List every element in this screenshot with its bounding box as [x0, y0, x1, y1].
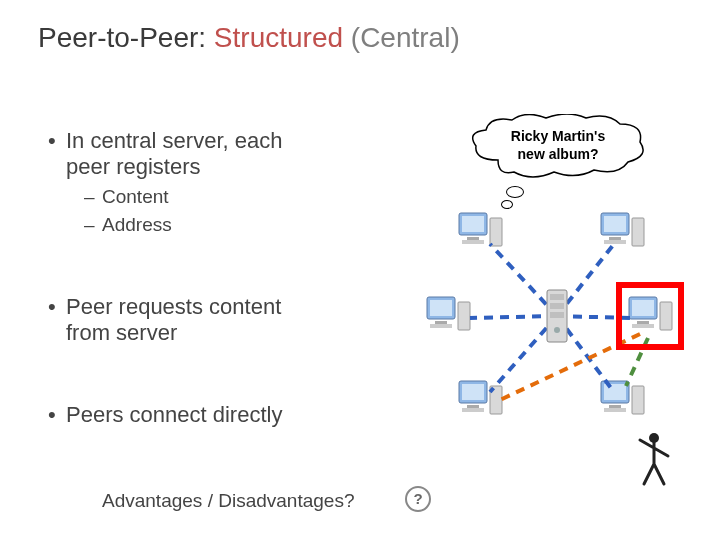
- bullet-dot-icon: •: [48, 402, 66, 428]
- bullet-2-line2: from server: [66, 320, 177, 345]
- bullet-1: • In central server, each peer registers: [48, 128, 368, 180]
- server-icon: [545, 288, 569, 344]
- bullet-2: • Peer requests content from server: [48, 294, 368, 346]
- highlight-box: [616, 282, 684, 350]
- bullet-dot-icon: •: [48, 294, 66, 346]
- sub-bullet-1: –Content: [84, 186, 368, 208]
- footer-question: Advantages / Disadvantages?: [102, 490, 354, 512]
- sub-2-text: Address: [102, 214, 172, 235]
- title-accent: Structured: [214, 22, 343, 53]
- dash-icon: –: [84, 186, 102, 208]
- body-text: • In central server, each peer registers…: [48, 128, 368, 432]
- svg-point-12: [554, 327, 560, 333]
- slide: Peer-to-Peer: Structured (Central) • In …: [0, 0, 720, 540]
- title-part1: Peer-to-Peer:: [38, 22, 214, 53]
- bullet-3-text: Peers connect directly: [66, 402, 282, 428]
- bullet-dot-icon: •: [48, 128, 66, 180]
- bullet-1-line2: peer registers: [66, 154, 201, 179]
- title-paren: (Central): [343, 22, 460, 53]
- sub-bullet-2: –Address: [84, 214, 368, 236]
- bullet-3: • Peers connect directly: [48, 402, 368, 428]
- thought-line1: Ricky Martin's: [511, 128, 605, 144]
- svg-rect-9: [550, 294, 564, 300]
- bullet-2-line1: Peer requests content: [66, 294, 281, 319]
- svg-rect-10: [550, 303, 564, 309]
- slide-title: Peer-to-Peer: Structured (Central): [38, 22, 460, 54]
- bullet-1-line1: In central server, each: [66, 128, 282, 153]
- svg-line-2: [470, 316, 557, 318]
- svg-rect-11: [550, 312, 564, 318]
- thought-line2: new album?: [518, 146, 599, 162]
- sub-1-text: Content: [102, 186, 169, 207]
- network-diagram: Ricky Martin's new album?: [390, 110, 710, 490]
- dash-icon: –: [84, 214, 102, 236]
